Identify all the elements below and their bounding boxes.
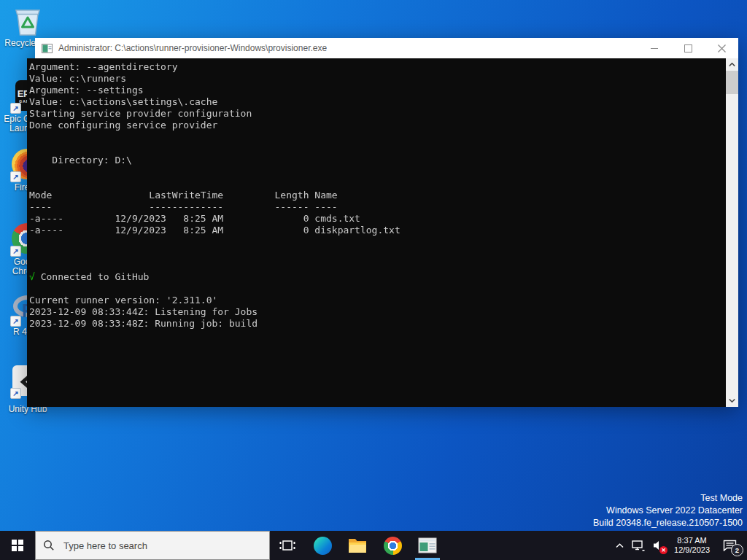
edge-icon — [314, 537, 332, 555]
console-line — [29, 260, 725, 271]
console-line: √ Connected to GitHub — [29, 271, 725, 283]
system-tray: ✕ 8:37 AM 12/9/2023 2 — [611, 531, 747, 560]
shortcut-arrow-icon: ↗ — [10, 103, 21, 114]
maximize-button[interactable] — [671, 38, 705, 58]
shortcut-arrow-icon: ↗ — [10, 388, 21, 399]
maximize-icon — [684, 44, 692, 52]
console-line — [29, 131, 725, 143]
console-line: Argument: --agentdirectory — [29, 61, 725, 73]
chrome-icon — [384, 537, 402, 555]
console-window-icon — [418, 537, 437, 553]
chevron-up-icon — [616, 543, 624, 548]
search-input[interactable] — [62, 540, 240, 552]
network-tray-button[interactable] — [628, 531, 649, 560]
shortcut-arrow-icon: ↗ — [10, 171, 21, 182]
system-info-line: Test Mode — [593, 492, 743, 505]
network-icon — [632, 540, 645, 551]
shortcut-arrow-icon: ↗ — [10, 246, 21, 257]
console-app-icon — [42, 44, 53, 53]
taskbar-search[interactable] — [35, 531, 270, 560]
console-line: Starting service provider configuration — [29, 108, 725, 120]
chevron-down-icon — [729, 399, 735, 402]
console-line — [29, 166, 725, 178]
notification-count-badge: 2 — [731, 544, 743, 556]
system-info-line: Build 20348.fe_release.210507-1500 — [593, 517, 743, 529]
console-window: Administrator: C:\actions\runner-provisi… — [27, 38, 738, 407]
recycle-bin-icon — [12, 4, 44, 36]
console-line — [29, 248, 725, 260]
scrollbar-thumb[interactable] — [726, 71, 738, 94]
scroll-down-button[interactable] — [726, 394, 738, 407]
volume-tray-button[interactable]: ✕ — [649, 531, 669, 560]
chrome-taskbar-button[interactable] — [375, 531, 410, 560]
console-line: -a---- 12/9/2023 8:25 AM 0 diskpartlog.t… — [29, 225, 725, 236]
scroll-up-button[interactable] — [726, 58, 738, 71]
clock-time: 8:37 AM — [674, 536, 710, 545]
action-center-button[interactable]: 2 — [715, 531, 744, 560]
clock-date: 12/9/2023 — [674, 545, 710, 555]
tray-overflow-button[interactable] — [611, 531, 628, 560]
search-icon — [43, 540, 55, 551]
close-button[interactable] — [705, 38, 738, 58]
console-line: 2023-12-09 08:33:48Z: Running job: build — [29, 318, 725, 330]
console-line — [29, 283, 725, 295]
close-icon — [718, 44, 726, 52]
edge-taskbar-button[interactable] — [305, 531, 340, 560]
system-info-line: Windows Server 2022 Datacenter — [593, 505, 743, 517]
console-line: Argument: --settings — [29, 85, 725, 96]
console-scrollbar[interactable] — [726, 58, 738, 407]
console-line — [29, 143, 725, 155]
console-line: Directory: D:\ — [29, 155, 725, 166]
start-button[interactable] — [0, 531, 35, 560]
window-title-bar[interactable]: Administrator: C:\actions\runner-provisi… — [35, 38, 738, 58]
window-title: Administrator: C:\actions\runner-provisi… — [58, 43, 327, 53]
check-mark-icon: √ — [29, 271, 35, 282]
tray-clock[interactable]: 8:37 AM 12/9/2023 — [669, 531, 715, 560]
mute-badge: ✕ — [659, 546, 667, 554]
minimize-button[interactable] — [638, 38, 671, 58]
console-line: -a---- 12/9/2023 8:25 AM 0 cmds.txt — [29, 213, 725, 225]
chevron-up-icon — [729, 63, 735, 66]
console-line: Mode LastWriteTime Length Name — [29, 190, 725, 201]
taskbar: ✕ 8:37 AM 12/9/2023 2 — [0, 531, 747, 560]
task-view-icon — [279, 539, 295, 552]
console-line: Value: c:\runners — [29, 73, 725, 85]
file-explorer-taskbar-button[interactable] — [340, 531, 375, 560]
console-line: Done configuring service provider — [29, 120, 725, 131]
console-taskbar-button[interactable] — [410, 531, 445, 560]
minimize-icon — [651, 48, 658, 49]
console-line: Value: c:\actions\settings\.cache — [29, 96, 725, 108]
shortcut-arrow-icon: ↗ — [10, 316, 21, 327]
console-line: Current runner version: '2.311.0' — [29, 295, 725, 306]
console-client-area[interactable]: Argument: --agentdirectoryValue: c:\runn… — [27, 58, 738, 407]
file-explorer-icon — [348, 537, 367, 553]
console-output: Argument: --agentdirectoryValue: c:\runn… — [29, 61, 725, 330]
console-line — [29, 236, 725, 248]
system-info: Test Mode Windows Server 2022 Datacenter… — [593, 492, 743, 529]
console-line: ---- ------------- ------ ---- — [29, 201, 725, 213]
console-line: 2023-12-09 08:33:44Z: Listening for Jobs — [29, 306, 725, 318]
windows-logo-icon — [12, 540, 23, 551]
console-line — [29, 178, 725, 190]
task-view-button[interactable] — [270, 531, 305, 560]
desktop: Recycle Bin EPIC GAMES ↗ Epic Games Laun… — [0, 0, 747, 560]
